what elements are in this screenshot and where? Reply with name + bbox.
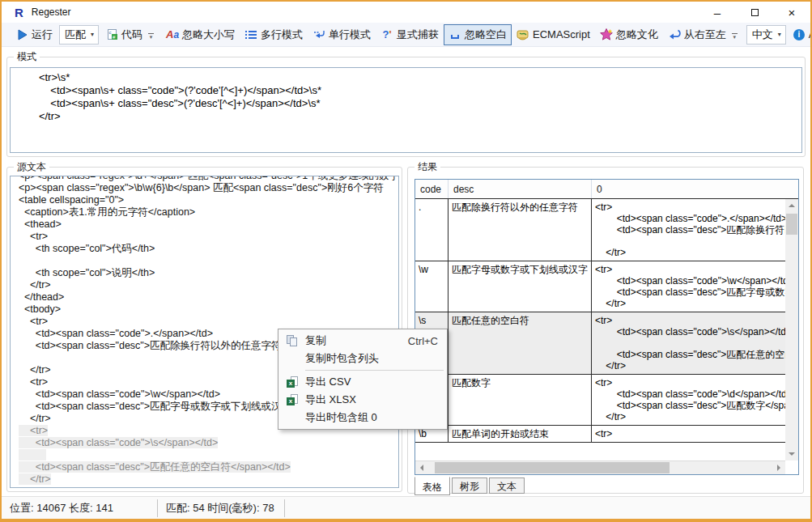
scroll-left-button[interactable]: [415, 461, 428, 474]
cell-group0: <tr> <td><span class="code">\d</span></t…: [592, 375, 785, 425]
close-button[interactable]: ×: [773, 2, 810, 23]
maximize-icon: [751, 9, 759, 16]
svg-text:c: c: [108, 30, 111, 35]
source-line: <p><span class="regex">\d+</span> 匹配<spa…: [19, 176, 398, 182]
results-table-body: .匹配除换行符以外的任意字符<tr> <td><span class="code…: [415, 199, 785, 460]
scroll-right-button[interactable]: [772, 461, 785, 474]
result-view-tabs: 表格树形文本: [415, 477, 526, 496]
table-row[interactable]: \d匹配数字<tr> <td><span class="code">\d</sp…: [415, 375, 785, 426]
app-window: R Regester – × 运行匹配▾#c代码▾Aa忽略大小写多行模式单行模式…: [0, 0, 812, 522]
cell-group0: <tr>: [592, 426, 785, 442]
horizontal-scroll-thumb[interactable]: [435, 462, 670, 473]
export-with-group0-menu-item[interactable]: 导出时包含组 0: [279, 409, 446, 427]
csv-icon: x: [286, 376, 299, 388]
tab-文本[interactable]: 文本: [489, 477, 525, 494]
source-line: </tr>: [19, 473, 398, 486]
column-header-desc[interactable]: desc: [449, 180, 592, 198]
ignore-case-toggle-label: 忽略大小写: [182, 28, 235, 42]
export-csv-menu-item-label: 导出 CSV: [305, 375, 438, 389]
singleline-toggle-label: 单行模式: [329, 28, 371, 42]
about-button-label: About: [809, 28, 812, 40]
export-xlsx-menu-item[interactable]: x导出 XLSX: [279, 391, 446, 409]
run-button-label: 运行: [32, 28, 53, 42]
copy-with-headers-menu-item-label: 复制时包含列头: [305, 351, 438, 366]
results-table: code desc 0 .匹配除换行符以外的任意字符<tr> <td><span…: [415, 179, 799, 475]
pattern-group: 模式 <tr>\s* <td><span\s+ class="code">(?'…: [6, 57, 806, 157]
rtl-icon: [668, 28, 681, 41]
vertical-scroll-thumb[interactable]: [786, 214, 797, 235]
table-row[interactable]: \s匹配任意的空白符<tr> <td><span class="code">\s…: [415, 312, 785, 375]
ignore-whitespace-toggle[interactable]: 忽略空白: [444, 24, 512, 45]
toolbar: 运行匹配▾#c代码▾Aa忽略大小写多行模式单行模式?'显式捕获忽略空白ECMAS…: [2, 23, 810, 47]
language-dropdown[interactable]: 中文▾: [746, 25, 786, 45]
column-header-group0[interactable]: 0: [592, 180, 798, 198]
ignore-whitespace-toggle-label: 忽略空白: [465, 28, 507, 42]
copy-menu-item-label: 复制: [305, 333, 408, 348]
pattern-group-label: 模式: [14, 50, 40, 64]
maximize-button[interactable]: [736, 2, 773, 23]
ecmascript-toggle-label: ECMAScript: [533, 28, 590, 40]
vertical-scrollbar[interactable]: [785, 199, 798, 460]
cell-desc: 匹配单词的开始或结束: [449, 426, 592, 442]
toolbar-overflow-button[interactable]: ▾: [148, 33, 154, 39]
ignore-case-toggle[interactable]: Aa忽略大小写: [161, 24, 240, 45]
multiline-toggle[interactable]: 多行模式: [240, 24, 308, 45]
match-mode-dropdown[interactable]: 匹配▾: [59, 25, 99, 45]
about-button[interactable]: iAbout: [788, 25, 812, 45]
results-table-header: code desc 0: [415, 180, 798, 199]
source-line: <caption>表1.常用的元字符</caption>: [19, 206, 398, 219]
xlsx-icon: x: [286, 393, 299, 406]
source-line: <tr>: [19, 316, 398, 328]
cell-desc: 匹配除换行符以外的任意字符: [449, 199, 592, 261]
pattern-text: <tr>\s* <td><span\s+ class="code">(?'cod…: [11, 68, 801, 126]
export-with-group0-menu-item-label: 导出时包含组 0: [305, 410, 438, 425]
code-button[interactable]: #c代码: [100, 24, 147, 45]
singleline-toggle[interactable]: 单行模式: [308, 24, 376, 45]
source-line: <td><span class="desc">匹配任意的空白符</span></…: [19, 461, 398, 473]
copy-with-headers-menu-item[interactable]: 复制时包含列头: [279, 350, 446, 367]
titlebar: R Regester – ×: [2, 2, 810, 23]
tab-树形[interactable]: 树形: [452, 477, 487, 494]
source-line: <th scope="col">说明</th>: [19, 267, 398, 279]
menu-shortcut: Ctrl+C: [408, 335, 438, 347]
run-button[interactable]: 运行: [11, 24, 57, 45]
rtl-toggle-label: 从右至左: [684, 28, 726, 42]
source-line: [19, 449, 398, 461]
scroll-down-button[interactable]: [785, 448, 798, 460]
tab-表格[interactable]: 表格: [415, 477, 450, 495]
statusbar: 位置: 14067 长度: 141匹配: 54 时间(毫秒): 78: [2, 496, 810, 519]
cell-code: \w: [415, 261, 449, 312]
pattern-input[interactable]: <tr>\s* <td><span\s+ class="code">(?'cod…: [10, 67, 802, 153]
rtl-toggle[interactable]: 从右至左: [663, 24, 731, 45]
copy-icon: [286, 334, 299, 347]
explicit-capture-toggle[interactable]: ?'显式捕获: [376, 24, 444, 45]
ignore-culture-toggle[interactable]: 忽略文化: [595, 24, 663, 45]
scroll-up-button[interactable]: [785, 199, 798, 212]
cell-code: .: [415, 199, 449, 261]
source-line: <th scope="col">代码</th>: [19, 243, 398, 255]
table-row[interactable]: .匹配除换行符以外的任意字符<tr> <td><span class="code…: [415, 199, 785, 261]
source-line: <tr>: [19, 231, 398, 243]
menu-separator: [305, 370, 444, 371]
statusbar-section-0: 位置: 14067 长度: 141: [2, 501, 157, 516]
results-group: 结果 code desc 0 .匹配除换行符以外的任意字符<tr> <td><s…: [407, 167, 804, 494]
horizontal-scrollbar[interactable]: [415, 460, 785, 474]
table-row[interactable]: \w匹配字母或数字或下划线或汉字<tr> <td><span class="co…: [415, 261, 785, 312]
minimize-button[interactable]: –: [699, 2, 736, 23]
results-group-label: 结果: [415, 160, 440, 174]
run-icon: [15, 28, 28, 41]
context-menu: 复制Ctrl+C复制时包含列头x导出 CSVx导出 XLSX导出时包含组 0: [278, 329, 448, 430]
ecmascript-toggle[interactable]: ECMAScript: [512, 25, 595, 45]
copy-menu-item[interactable]: 复制Ctrl+C: [279, 332, 446, 350]
toolbar-overflow-button[interactable]: ▾: [732, 33, 738, 39]
singleline-icon: [312, 28, 325, 41]
table-row[interactable]: \b匹配单词的开始或结束<tr>: [415, 426, 785, 443]
source-line: </tr>: [19, 279, 398, 291]
statusbar-separator: [284, 499, 285, 517]
about-icon: i: [793, 28, 806, 41]
export-csv-menu-item[interactable]: x导出 CSV: [279, 373, 446, 391]
multiline-icon: [244, 28, 257, 41]
ignore-culture-toggle-label: 忽略文化: [616, 28, 658, 42]
match-mode-dropdown-label: 匹配: [65, 28, 86, 42]
column-header-code[interactable]: code: [415, 180, 449, 198]
